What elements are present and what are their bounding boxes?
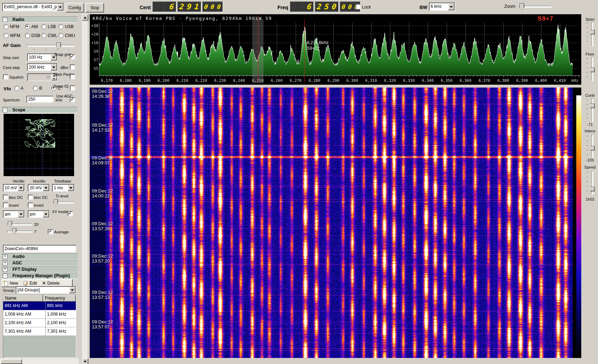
vfo-radio-b[interactable]: B bbox=[33, 86, 42, 91]
seven-segment-digit: 9 bbox=[185, 2, 194, 11]
expand-icon[interactable]: + bbox=[3, 254, 7, 259]
section-header-frequency-manager[interactable]: - Frequency Manager (Plugin) bbox=[1, 273, 78, 279]
stop-button[interactable]: Stop bbox=[85, 3, 104, 12]
section-header-agc[interactable]: + AGC bbox=[1, 260, 78, 266]
bloc-dc-2-checkbox[interactable] bbox=[28, 195, 33, 200]
scope-gain2-slider-thumb[interactable] bbox=[12, 228, 16, 234]
channel2-source-dropdown[interactable]: pm bbox=[28, 210, 50, 218]
timebase-dropdown[interactable]: 1 ms bbox=[52, 184, 75, 192]
timestamp-date: 09:Dec:12 bbox=[92, 221, 113, 226]
timestamp-date: 09:Dec:12 bbox=[92, 290, 113, 295]
config-button[interactable]: Config bbox=[66, 3, 84, 12]
delete-entry-button[interactable]: Delete bbox=[42, 281, 60, 286]
chevron-down-icon[interactable] bbox=[43, 211, 49, 217]
new-entry-button[interactable]: New bbox=[3, 281, 18, 286]
use-agc-checkbox[interactable] bbox=[70, 97, 75, 102]
spectrum-canvas[interactable] bbox=[90, 14, 581, 85]
hor-div-dropdown[interactable]: 20 mV bbox=[28, 184, 50, 192]
chevron-down-icon[interactable] bbox=[18, 185, 24, 191]
intensity-slider-thumb[interactable] bbox=[588, 146, 595, 151]
snap-grid-checkbox[interactable] bbox=[70, 54, 75, 59]
scroll-down-button[interactable] bbox=[82, 358, 88, 364]
spectrum-span-input[interactable]: 250 bbox=[26, 96, 53, 103]
dbm-checkbox[interactable] bbox=[70, 64, 75, 70]
contrast-slider-track[interactable] bbox=[591, 98, 593, 122]
tuned-frequency-display[interactable]: 6250006 bbox=[290, 1, 360, 12]
downconverter-input[interactable]: DownCvt=-40994 bbox=[3, 245, 76, 253]
cent-frequency-display[interactable]: 6291000 bbox=[152, 1, 223, 12]
expand-icon[interactable]: + bbox=[3, 261, 7, 265]
floor-slider-thumb[interactable] bbox=[588, 68, 595, 72]
step-size-label: Step size bbox=[3, 56, 19, 60]
collapse-icon[interactable]: - bbox=[3, 274, 7, 278]
cent-step-dropdown[interactable]: 200 kHz bbox=[27, 63, 58, 71]
vfo-radio-a[interactable]: A bbox=[14, 86, 24, 91]
squelch-checkbox[interactable] bbox=[3, 74, 8, 80]
mode-radio-usb[interactable]: USB bbox=[58, 24, 77, 29]
speed-slider-thumb[interactable] bbox=[588, 187, 595, 191]
frequency-table-row[interactable]: 1,008 kHz AM1,008 kHz bbox=[3, 310, 76, 319]
mode-radio-wfm[interactable]: WFM bbox=[4, 33, 25, 38]
mode-radio-am[interactable]: AM bbox=[25, 24, 41, 29]
chevron-down-icon[interactable] bbox=[18, 211, 24, 217]
horizontal-scrollbar-thumb[interactable] bbox=[1, 359, 22, 364]
zoom-label: Zoom bbox=[504, 4, 515, 9]
frequency-table-row[interactable]: 7,301 kHz AM7,301 kHz bbox=[3, 327, 76, 336]
timestamp-time: 13:57:07 bbox=[92, 325, 113, 329]
average-checkbox[interactable] bbox=[48, 229, 53, 234]
mode-radio-cwl[interactable]: CWL bbox=[41, 33, 58, 38]
chevron-down-icon[interactable] bbox=[68, 185, 74, 191]
mode-radio-lsb[interactable]: LSB bbox=[41, 24, 58, 29]
chevron-down-icon[interactable] bbox=[448, 3, 454, 10]
span-slider-thumb[interactable] bbox=[588, 30, 595, 35]
chevron-down-icon[interactable] bbox=[57, 4, 63, 11]
contrast-slider-thumb[interactable] bbox=[588, 104, 595, 108]
seven-segment-digit bbox=[290, 2, 299, 11]
scope-gain1-slider-thumb[interactable] bbox=[8, 221, 12, 227]
collapse-icon[interactable]: - bbox=[3, 17, 7, 22]
xy-mode-checkbox[interactable] bbox=[68, 211, 73, 216]
chevron-down-icon[interactable] bbox=[69, 287, 76, 293]
af-gain-slider-thumb[interactable] bbox=[56, 42, 61, 49]
chevron-down-icon[interactable] bbox=[43, 185, 49, 191]
mode-radio-dsb[interactable]: DSB bbox=[25, 33, 41, 38]
section-header-fft-display[interactable]: + FFT Display bbox=[1, 266, 78, 273]
lock-checkbox[interactable] bbox=[355, 4, 361, 9]
mark-peaks-checkbox[interactable] bbox=[70, 74, 75, 79]
extio-dll-dropdown[interactable]: ExtIO_perseus.dll - ExtIO_perseu bbox=[2, 3, 64, 11]
column-header-frequency[interactable]: Frequency bbox=[43, 295, 76, 302]
tr-level-slider-thumb[interactable] bbox=[54, 199, 58, 205]
mode-radio-nfm[interactable]: NFM bbox=[4, 24, 25, 29]
invert-1-checkbox[interactable] bbox=[3, 202, 8, 208]
collapse-icon[interactable]: - bbox=[3, 108, 7, 112]
expand-icon[interactable]: + bbox=[3, 267, 7, 272]
frequency-table-row[interactable]: 2,100 kHz AM2,100 kHz bbox=[3, 319, 76, 327]
bloc-dc-1-checkbox[interactable] bbox=[3, 195, 8, 200]
column-header-name[interactable]: Name bbox=[3, 295, 43, 302]
bw-dropdown[interactable]: 6 kHz bbox=[429, 2, 455, 11]
mode-label: WFM bbox=[10, 33, 20, 38]
seven-segment-digit: 6 bbox=[305, 2, 314, 11]
sidebar-vertical-scrollbar[interactable] bbox=[82, 14, 88, 364]
frequency-table-row[interactable]: 891 kHz AM891 kHz bbox=[3, 302, 76, 310]
channel1-source-dropdown[interactable]: am bbox=[3, 210, 25, 218]
group-dropdown[interactable]: [All Groups] bbox=[16, 286, 76, 294]
spinner-down-icon[interactable] bbox=[51, 77, 57, 80]
waterfall-display[interactable] bbox=[90, 88, 581, 358]
af-gain-slider-track[interactable] bbox=[26, 45, 75, 47]
zoom-slider-thumb[interactable] bbox=[520, 3, 524, 10]
edit-entry-button[interactable]: Edit bbox=[23, 281, 37, 286]
section-header-scope[interactable]: - Scope bbox=[1, 107, 78, 113]
sidebar-horizontal-scrollbar[interactable] bbox=[0, 358, 79, 364]
section-header-audio[interactable]: + Audio bbox=[1, 253, 78, 260]
timestamp-date: 09:Dec:12 bbox=[92, 155, 113, 160]
scope-gain2-slider-track[interactable] bbox=[7, 231, 32, 233]
ver-div-dropdown[interactable]: 10 mV bbox=[3, 184, 25, 192]
dbm-label: dBm bbox=[54, 65, 68, 70]
swap-iq-checkbox[interactable] bbox=[70, 85, 75, 91]
section-header-radio[interactable]: - Radio bbox=[1, 16, 78, 23]
step-size-dropdown[interactable]: 100 Hz bbox=[27, 53, 58, 61]
invert-2-checkbox[interactable] bbox=[28, 202, 33, 208]
mode-radio-cwu[interactable]: CWU bbox=[58, 33, 77, 38]
scroll-up-button[interactable] bbox=[82, 14, 88, 21]
